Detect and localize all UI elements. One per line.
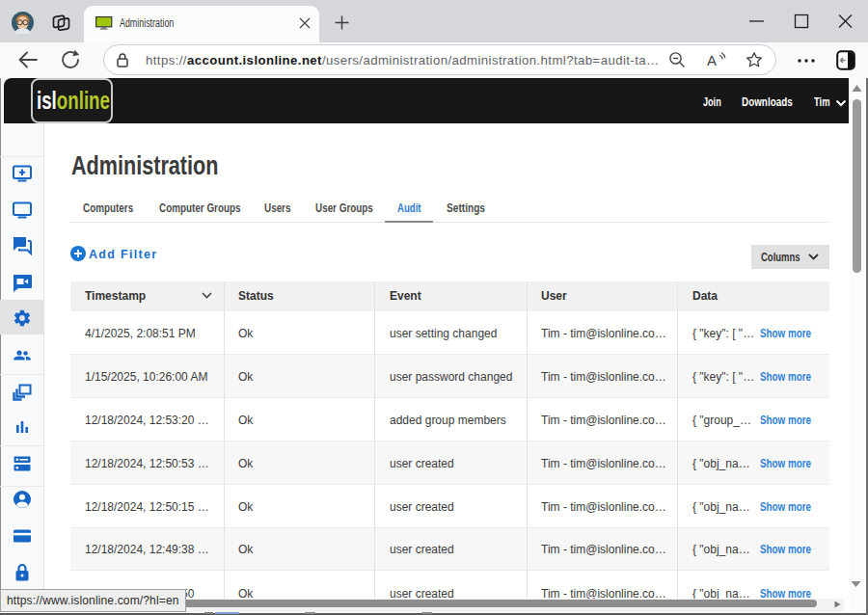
svg-text:A: A bbox=[707, 52, 717, 68]
